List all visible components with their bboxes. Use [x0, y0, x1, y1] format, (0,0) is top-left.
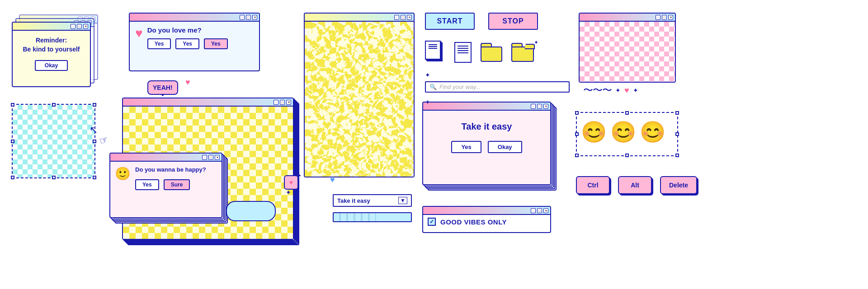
love-yes2-btn[interactable]: Yes	[175, 38, 199, 49]
love-yes1-btn[interactable]: Yes	[147, 38, 171, 49]
file-icons-area: ✦	[425, 41, 534, 64]
search-bar[interactable]: 🔍 Find your way...	[425, 81, 570, 93]
happy-win-maximize[interactable]: □	[208, 155, 213, 160]
progress-fill	[334, 213, 376, 221]
large-checker-right: - □ ✕	[304, 13, 415, 177]
handle-br[interactable]	[93, 176, 96, 179]
ctrl-key[interactable]: Ctrl	[576, 176, 610, 194]
delete-key[interactable]: Delete	[660, 176, 697, 194]
reminder-okay-btn[interactable]: Okay	[35, 60, 68, 71]
heart-icon-large: ♥	[135, 26, 143, 41]
pk-win-close[interactable]: ✕	[668, 15, 673, 20]
gv-win-minimize[interactable]: -	[531, 208, 536, 213]
distorted-checker-svg	[305, 22, 414, 177]
sel-r-handle-br[interactable]	[675, 154, 679, 157]
handle-bl[interactable]	[11, 176, 14, 179]
love-yes3-btn[interactable]: Yes	[204, 38, 228, 49]
sel-r-handle-tm[interactable]	[625, 111, 629, 115]
sparkle-icon-2: ✦	[293, 194, 297, 199]
dropdown-value: Take it easy	[337, 197, 370, 204]
file-stack-icon	[425, 41, 445, 64]
wavy-decoration: 〜〜〜 ✦ ♥ ✦	[583, 84, 638, 97]
checker-win-minimize[interactable]: -	[274, 100, 278, 105]
handle-tm[interactable]	[52, 103, 56, 107]
sel-r-handle-tr[interactable]	[675, 111, 679, 115]
selection-box-right	[576, 112, 678, 156]
handle-tr[interactable]	[93, 103, 96, 107]
win-maximize-btn[interactable]: □	[77, 24, 82, 29]
wavy-line-icon: 〜〜〜	[583, 84, 612, 97]
win-close-btn[interactable]: ✕	[83, 24, 88, 29]
te-yes-btn[interactable]: Yes	[451, 141, 481, 153]
handle-ml[interactable]	[11, 140, 14, 143]
sel-r-handle-ml[interactable]	[575, 132, 579, 136]
happy-question: Do you wanna be happy?	[135, 166, 206, 174]
checker-win-maximize[interactable]: □	[280, 100, 285, 105]
keyboard-keys-area: Ctrl Alt Delete	[576, 176, 697, 194]
pink-checker-window: - □ ✕	[579, 13, 676, 83]
take-it-easy-window: - □ ✕ Take it easy Yes Okay	[422, 102, 551, 185]
cr-win-minimize[interactable]: -	[394, 15, 399, 20]
folder-closed-icon	[481, 43, 502, 62]
selection-box-cyan	[12, 104, 95, 178]
gv-win-close[interactable]: ✕	[543, 208, 548, 213]
heart-notification-bubble: ♥	[284, 175, 298, 190]
sparkle-te-icon: ✦	[425, 98, 430, 106]
te-win-minimize[interactable]: -	[531, 104, 536, 109]
sel-r-handle-bm[interactable]	[625, 154, 629, 157]
cursor-arrow-icon: ↖	[90, 124, 98, 136]
alt-key[interactable]: Alt	[618, 176, 652, 194]
love-win-close[interactable]: ✕	[252, 15, 257, 20]
heart-small-icon: ♥	[185, 78, 190, 87]
love-win-minimize[interactable]: -	[240, 15, 245, 20]
handle-tl[interactable]	[11, 103, 14, 107]
checker-win-close[interactable]: ✕	[286, 100, 291, 105]
happy-dialog: - □ ✕ 🙂 Do you wanna be happy? Yes Sure	[109, 153, 222, 218]
sparkle-deco-1: ✦	[615, 87, 621, 94]
search-placeholder: Find your way...	[439, 84, 481, 90]
good-vibes-checkbox[interactable]: ✓	[428, 218, 436, 226]
take-it-easy-dropdown[interactable]: Take it easy ▼	[333, 194, 412, 207]
happy-sure-btn[interactable]: Sure	[164, 179, 190, 190]
gv-win-maximize[interactable]: □	[537, 208, 542, 213]
win-minimize-btn[interactable]: -	[71, 24, 75, 29]
happy-yes-btn[interactable]: Yes	[135, 179, 159, 190]
stop-button[interactable]: STOP	[488, 13, 538, 30]
te-win-close[interactable]: ✕	[543, 104, 548, 109]
te-okay-btn[interactable]: Okay	[488, 141, 522, 153]
pk-win-maximize[interactable]: □	[662, 15, 667, 20]
progress-bar	[333, 212, 412, 222]
reminder-text: Reminder: Be kind to yourself	[16, 36, 86, 54]
search-icon: 🔍	[429, 84, 437, 90]
pk-win-minimize[interactable]: -	[656, 15, 660, 20]
lined-doc-icon	[454, 42, 472, 63]
cyan-speech-bubble	[226, 201, 276, 221]
sel-r-handle-bl[interactable]	[575, 154, 579, 157]
handle-bm[interactable]	[52, 176, 56, 179]
cr-win-close[interactable]: ✕	[407, 15, 412, 20]
svg-rect-5	[305, 22, 414, 177]
sparkle-files-icon: ✦	[425, 71, 430, 79]
sel-r-handle-mr[interactable]	[675, 132, 679, 136]
love-dialog: - □ ✕ ♥ Do you love me? Yes Yes Yes	[129, 13, 260, 71]
reminder-window: - □ ✕ Reminder: Be kind to yourself Okay	[12, 22, 91, 87]
te-win-maximize[interactable]: □	[537, 104, 542, 109]
dropdown-arrow-icon[interactable]: ▼	[398, 197, 407, 204]
love-question: Do you love me?	[147, 26, 228, 34]
sel-r-handle-tl[interactable]	[575, 111, 579, 115]
love-win-maximize[interactable]: □	[246, 15, 251, 20]
sparkle-folder-icon: ✦	[534, 39, 538, 46]
heart-deco-icon: ♥	[624, 86, 629, 95]
yeah-label: YEAH!	[153, 84, 173, 91]
good-vibes-window: - □ ✕ ✓ GOOD VIBES ONLY	[422, 206, 551, 233]
start-button[interactable]: START	[425, 13, 475, 30]
folder-open-icon: ✦	[511, 43, 534, 62]
good-vibes-label: GOOD VIBES ONLY	[440, 218, 507, 226]
happy-win-minimize[interactable]: -	[202, 155, 207, 160]
cr-win-maximize[interactable]: □	[401, 15, 406, 20]
happy-win-close[interactable]: ✕	[215, 155, 220, 160]
sparkle-icon-1: ✦	[286, 189, 291, 196]
handle-mr[interactable]	[93, 140, 96, 143]
hand-cursor-icon: ☞	[98, 133, 110, 147]
main-canvas: - □ ✕ - □ ✕ - □ ✕ Reminder: Be kind to y…	[0, 0, 868, 289]
